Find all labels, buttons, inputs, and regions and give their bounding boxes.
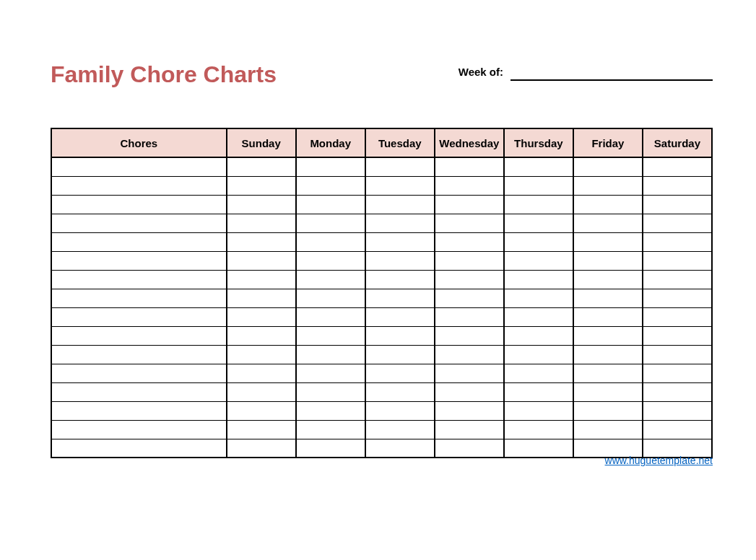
table-cell[interactable] bbox=[435, 326, 504, 345]
table-cell[interactable] bbox=[643, 345, 712, 364]
table-cell[interactable] bbox=[435, 251, 504, 270]
table-cell[interactable] bbox=[365, 270, 435, 289]
table-cell[interactable] bbox=[435, 195, 504, 214]
table-cell[interactable] bbox=[365, 157, 435, 176]
table-cell[interactable] bbox=[504, 195, 573, 214]
table-cell[interactable] bbox=[51, 439, 227, 458]
table-cell[interactable] bbox=[435, 439, 504, 458]
table-cell[interactable] bbox=[435, 401, 504, 420]
table-cell[interactable] bbox=[573, 157, 643, 176]
table-cell[interactable] bbox=[573, 401, 643, 420]
table-cell[interactable] bbox=[643, 232, 712, 251]
table-cell[interactable] bbox=[227, 382, 296, 401]
table-cell[interactable] bbox=[435, 345, 504, 364]
table-cell[interactable] bbox=[504, 289, 573, 307]
table-cell[interactable] bbox=[435, 420, 504, 439]
table-cell[interactable] bbox=[573, 251, 643, 270]
table-cell[interactable] bbox=[227, 251, 296, 270]
table-cell[interactable] bbox=[643, 270, 712, 289]
table-cell[interactable] bbox=[573, 382, 643, 401]
table-cell[interactable] bbox=[435, 307, 504, 326]
table-cell[interactable] bbox=[573, 176, 643, 195]
table-cell[interactable] bbox=[365, 439, 435, 458]
table-cell[interactable] bbox=[504, 382, 573, 401]
table-cell[interactable] bbox=[51, 195, 227, 214]
table-cell[interactable] bbox=[227, 420, 296, 439]
table-cell[interactable] bbox=[296, 401, 365, 420]
table-cell[interactable] bbox=[365, 307, 435, 326]
table-cell[interactable] bbox=[643, 195, 712, 214]
table-cell[interactable] bbox=[573, 214, 643, 232]
table-cell[interactable] bbox=[296, 157, 365, 176]
table-cell[interactable] bbox=[227, 307, 296, 326]
table-cell[interactable] bbox=[296, 326, 365, 345]
table-cell[interactable] bbox=[365, 251, 435, 270]
table-cell[interactable] bbox=[504, 176, 573, 195]
table-cell[interactable] bbox=[435, 364, 504, 382]
table-cell[interactable] bbox=[504, 364, 573, 382]
table-cell[interactable] bbox=[51, 307, 227, 326]
table-cell[interactable] bbox=[51, 401, 227, 420]
table-cell[interactable] bbox=[573, 307, 643, 326]
table-cell[interactable] bbox=[227, 270, 296, 289]
table-cell[interactable] bbox=[296, 251, 365, 270]
table-cell[interactable] bbox=[435, 232, 504, 251]
table-cell[interactable] bbox=[643, 176, 712, 195]
table-cell[interactable] bbox=[51, 251, 227, 270]
week-of-input-line[interactable] bbox=[510, 65, 713, 81]
table-cell[interactable] bbox=[227, 364, 296, 382]
table-cell[interactable] bbox=[296, 420, 365, 439]
table-cell[interactable] bbox=[504, 439, 573, 458]
table-cell[interactable] bbox=[643, 382, 712, 401]
table-cell[interactable] bbox=[573, 364, 643, 382]
table-cell[interactable] bbox=[643, 307, 712, 326]
table-cell[interactable] bbox=[504, 345, 573, 364]
table-cell[interactable] bbox=[504, 270, 573, 289]
table-cell[interactable] bbox=[296, 270, 365, 289]
table-cell[interactable] bbox=[573, 270, 643, 289]
table-cell[interactable] bbox=[504, 251, 573, 270]
table-cell[interactable] bbox=[573, 420, 643, 439]
table-cell[interactable] bbox=[51, 345, 227, 364]
table-cell[interactable] bbox=[51, 232, 227, 251]
table-cell[interactable] bbox=[51, 289, 227, 307]
table-cell[interactable] bbox=[227, 439, 296, 458]
footer-link[interactable]: www.huguetemplate.net bbox=[605, 455, 713, 466]
table-cell[interactable] bbox=[296, 232, 365, 251]
table-cell[interactable] bbox=[573, 326, 643, 345]
table-cell[interactable] bbox=[227, 289, 296, 307]
table-cell[interactable] bbox=[435, 382, 504, 401]
table-cell[interactable] bbox=[435, 289, 504, 307]
table-cell[interactable] bbox=[365, 232, 435, 251]
table-cell[interactable] bbox=[365, 364, 435, 382]
table-cell[interactable] bbox=[51, 214, 227, 232]
table-cell[interactable] bbox=[573, 232, 643, 251]
table-cell[interactable] bbox=[296, 439, 365, 458]
table-cell[interactable] bbox=[504, 401, 573, 420]
table-cell[interactable] bbox=[296, 289, 365, 307]
table-cell[interactable] bbox=[573, 345, 643, 364]
table-cell[interactable] bbox=[227, 157, 296, 176]
table-cell[interactable] bbox=[573, 289, 643, 307]
table-cell[interactable] bbox=[296, 176, 365, 195]
table-cell[interactable] bbox=[227, 232, 296, 251]
table-cell[interactable] bbox=[227, 401, 296, 420]
table-cell[interactable] bbox=[51, 326, 227, 345]
table-cell[interactable] bbox=[296, 307, 365, 326]
table-cell[interactable] bbox=[51, 382, 227, 401]
table-cell[interactable] bbox=[365, 195, 435, 214]
table-cell[interactable] bbox=[504, 232, 573, 251]
table-cell[interactable] bbox=[435, 270, 504, 289]
table-cell[interactable] bbox=[365, 420, 435, 439]
table-cell[interactable] bbox=[504, 420, 573, 439]
table-cell[interactable] bbox=[227, 195, 296, 214]
table-cell[interactable] bbox=[51, 176, 227, 195]
table-cell[interactable] bbox=[51, 364, 227, 382]
table-cell[interactable] bbox=[643, 364, 712, 382]
table-cell[interactable] bbox=[365, 214, 435, 232]
table-cell[interactable] bbox=[227, 176, 296, 195]
table-cell[interactable] bbox=[296, 345, 365, 364]
table-cell[interactable] bbox=[435, 176, 504, 195]
table-cell[interactable] bbox=[296, 214, 365, 232]
table-cell[interactable] bbox=[51, 420, 227, 439]
